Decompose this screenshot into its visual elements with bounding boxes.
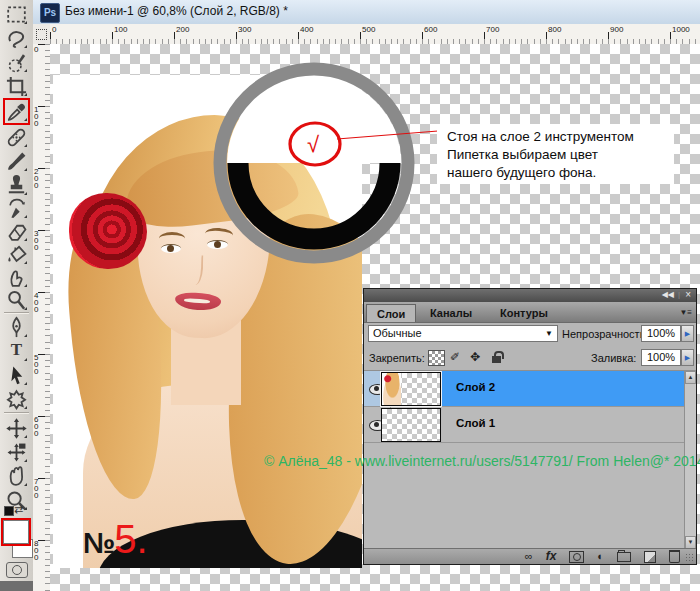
fill-value[interactable]: 100% xyxy=(641,349,681,366)
scroll-up-icon[interactable]: ▲ xyxy=(685,371,696,384)
photoshop-window: T ⇄ Ps Без имени-1 @ 60,8% (Слой 2, RGB/… xyxy=(0,0,700,591)
ruler-label: 400 xyxy=(300,25,313,34)
healing-brush-tool-icon[interactable] xyxy=(5,126,28,149)
move-tool-icon[interactable] xyxy=(5,417,28,440)
layer-thumbnail[interactable] xyxy=(381,372,441,406)
custom-shape-tool-icon[interactable] xyxy=(5,388,28,411)
tab-layers[interactable]: Слои xyxy=(366,304,416,322)
check-annotation: √ xyxy=(285,118,450,173)
smudge-tool-icon[interactable] xyxy=(5,266,28,289)
ruler-label: 800 xyxy=(548,25,561,34)
panel-resize-grip[interactable] xyxy=(685,553,695,563)
hand-tool-icon[interactable] xyxy=(5,465,28,488)
ruler-label: 200 xyxy=(176,25,189,34)
ruler-label: 700 xyxy=(34,478,42,499)
layer-name[interactable]: Слой 2 xyxy=(456,381,495,393)
ruler-origin-corner[interactable] xyxy=(33,24,51,45)
rectangular-marquee-tool-icon[interactable] xyxy=(5,3,28,26)
layer-thumbnail[interactable] xyxy=(381,408,441,442)
panel-menu-icon[interactable]: ▼≡ xyxy=(679,308,692,317)
new-group-icon[interactable] xyxy=(617,552,631,562)
ruler-label: 0 xyxy=(52,25,56,34)
default-colors-icon[interactable] xyxy=(4,506,14,516)
link-layers-icon[interactable]: ∞ xyxy=(525,551,533,562)
lock-pixels-brush-icon[interactable]: ✐ xyxy=(450,350,465,364)
blend-mode-value: Обычные xyxy=(373,327,422,339)
quick-selection-tool-icon[interactable] xyxy=(5,51,28,74)
history-brush-tool-icon[interactable] xyxy=(5,197,28,220)
toolbar-bottom-strip xyxy=(0,581,33,591)
blend-mode-dropdown[interactable]: Обычные ▼ xyxy=(368,325,558,342)
tab-channels[interactable]: Каналы xyxy=(420,304,482,322)
photoshop-app-icon: Ps xyxy=(40,3,60,23)
panel-title-bar[interactable]: ◀◀ | × xyxy=(364,289,696,302)
horizontal-ruler[interactable]: 0 100 200 300 400 500 600 700 800 900 10… xyxy=(50,24,700,45)
tab-paths[interactable]: Контуры xyxy=(490,304,558,322)
blend-mode-row: Обычные ▼ Непрозрачность: 100% ▶ xyxy=(364,322,696,346)
step-value: 5. xyxy=(114,517,147,562)
ruler-label: 200 xyxy=(34,168,42,189)
type-tool-icon[interactable]: T xyxy=(5,340,28,363)
layer-style-fx-icon[interactable]: fx xyxy=(546,551,557,562)
layer-row-1[interactable]: Слой 1 xyxy=(364,407,684,443)
document-canvas[interactable]: √ Стоя на слое 2 инструментом Пипетка вы… xyxy=(50,44,700,591)
toolbar-divider xyxy=(4,312,29,314)
red-rose xyxy=(69,193,147,269)
lock-position-icon[interactable]: ✥ xyxy=(470,350,485,364)
tool-palette: T ⇄ xyxy=(0,0,33,591)
ruler-label: 900 xyxy=(610,25,623,34)
layer-name[interactable]: Слой 1 xyxy=(456,417,495,429)
ruler-label: 300 xyxy=(34,230,42,251)
eye-left xyxy=(161,244,181,253)
ruler-label: 500 xyxy=(34,354,42,375)
pen-tool-icon[interactable] xyxy=(5,316,28,339)
close-panel-icon[interactable]: × xyxy=(685,289,691,300)
eraser-tool-icon[interactable] xyxy=(5,220,28,243)
document-title: Без имени-1 @ 60,8% (Слой 2, RGB/8) * xyxy=(65,4,288,18)
check-glyph: √ xyxy=(307,132,320,157)
ruler-label: 600 xyxy=(424,25,437,34)
panel-footer: ∞ fx ◐ xyxy=(364,548,696,564)
fill-label: Заливка: xyxy=(591,352,636,364)
step-prefix: № xyxy=(83,527,114,560)
quick-mask-mode-button[interactable] xyxy=(6,562,28,578)
ruler-label: 500 xyxy=(362,25,375,34)
lock-all-icon[interactable] xyxy=(490,350,505,364)
add-layer-mask-icon[interactable] xyxy=(569,551,584,563)
path-selection-tool-icon[interactable] xyxy=(5,364,28,387)
rotate-view-tool-icon[interactable] xyxy=(5,441,28,464)
opacity-value[interactable]: 100% xyxy=(641,325,681,342)
panel-tabs: Слои Каналы Контуры ▼≡ xyxy=(364,302,696,323)
ruler-label: 0 xyxy=(34,46,42,53)
eyedropper-tool-icon[interactable] xyxy=(5,100,28,123)
swap-colors-icon[interactable]: ⇄ xyxy=(14,503,23,516)
adjustment-layer-icon[interactable]: ◐ xyxy=(597,551,604,562)
vertical-ruler[interactable]: 0 100 200 300 400 500 600 700 800 xyxy=(33,44,51,591)
note-line: нашего будущего фона. xyxy=(447,164,674,182)
ruler-label: 1000 xyxy=(672,25,690,34)
collapse-panel-icon[interactable]: ◀◀ xyxy=(662,290,674,299)
delete-layer-icon[interactable] xyxy=(669,550,680,563)
foreground-color-swatch[interactable] xyxy=(3,520,29,544)
opacity-slider-button[interactable]: ▶ xyxy=(681,325,694,342)
document-title-bar[interactable]: Ps Без имени-1 @ 60,8% (Слой 2, RGB/8) * xyxy=(33,0,700,25)
ruler-label: 700 xyxy=(486,25,499,34)
crop-tool-icon[interactable] xyxy=(5,75,28,98)
lasso-tool-icon[interactable] xyxy=(5,27,28,50)
ruler-label: 400 xyxy=(34,292,42,313)
ruler-label: 100 xyxy=(114,25,127,34)
paint-bucket-tool-icon[interactable] xyxy=(5,243,28,266)
step-number: № 5. xyxy=(83,517,148,562)
ruler-label: 800 xyxy=(34,540,42,561)
ruler-label: 100 xyxy=(34,106,42,127)
layers-panel: ◀◀ | × Слои Каналы Контуры ▼≡ Обычные ▼ … xyxy=(363,288,697,565)
clone-stamp-tool-icon[interactable] xyxy=(5,174,28,197)
lock-transparency-icon[interactable] xyxy=(428,350,445,366)
dodge-tool-icon[interactable] xyxy=(5,289,28,312)
new-layer-icon[interactable] xyxy=(644,551,656,563)
layer-row-2[interactable]: Слой 2 xyxy=(364,371,684,407)
brush-tool-icon[interactable] xyxy=(5,150,28,173)
note-line: Стоя на слое 2 инструментом xyxy=(447,128,674,146)
note-line: Пипетка выбираем цвет xyxy=(447,146,674,164)
fill-slider-button[interactable]: ▶ xyxy=(681,349,694,366)
